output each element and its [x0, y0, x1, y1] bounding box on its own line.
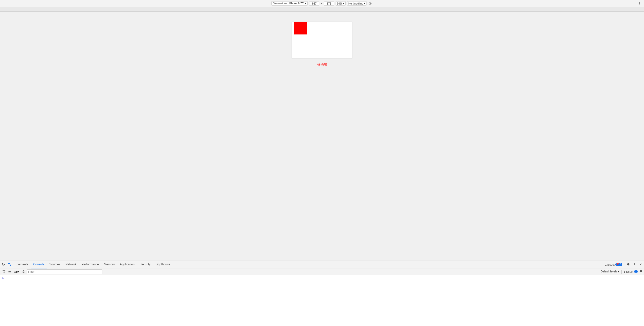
console-toolbar-right: Default levels ▾ 1 Issue: 1: [600, 270, 642, 274]
console-separator: [621, 270, 622, 274]
inspect-element-icon[interactable]: [1, 262, 6, 267]
rotate-button[interactable]: ⟳: [368, 1, 373, 6]
tab-application[interactable]: Application: [117, 261, 137, 268]
console-issues-indicator[interactable]: 1 Issue: 1: [624, 270, 638, 273]
mobile-label: 移动端: [317, 62, 327, 67]
tab-separator: [624, 263, 624, 267]
console-toolbar: top ▾ Default levels ▾ 1 Issue: 1: [0, 268, 644, 275]
eye-icon-button[interactable]: [21, 270, 26, 273]
console-prompt-line[interactable]: >: [2, 276, 642, 280]
devtools-close-button[interactable]: ✕: [638, 262, 643, 267]
width-input[interactable]: [309, 2, 319, 6]
device-label: Dimensions: iPhone 6/7/8 ▾: [273, 2, 306, 5]
issues-count: 🚩 1: [615, 263, 622, 266]
prompt-arrow-icon: >: [2, 276, 4, 280]
devtools-tab-icons: [1, 262, 12, 267]
show-drawer-button[interactable]: [7, 270, 12, 273]
throttle-label: No throttling: [348, 2, 363, 5]
zoom-label: 64%: [337, 2, 342, 5]
devtools-more-button[interactable]: ⋮: [632, 262, 637, 267]
device-toolbar: Dimensions: iPhone 6/7/8 ▾ × 64% ▾ No th…: [0, 0, 644, 7]
red-box: [294, 22, 307, 34]
more-options-button[interactable]: ⋮: [637, 1, 642, 6]
issues-badge[interactable]: 1 Issue: 🚩 1: [605, 263, 622, 266]
issues-label: 1 Issue:: [605, 263, 615, 266]
device-selector[interactable]: Dimensions: iPhone 6/7/8 ▾: [271, 1, 308, 6]
zoom-selector[interactable]: 64% ▾: [336, 1, 346, 6]
dimension-separator: ×: [321, 2, 322, 5]
tab-performance[interactable]: Performance: [79, 261, 101, 268]
console-settings-button[interactable]: [639, 270, 642, 274]
tab-network[interactable]: Network: [63, 261, 79, 268]
top-context-label: top: [14, 270, 18, 273]
tab-elements[interactable]: Elements: [13, 261, 31, 268]
preview-area: 移动端: [0, 12, 644, 260]
tab-console[interactable]: Console: [31, 261, 47, 268]
devtools-panel: Elements Console Sources Network Perform…: [0, 261, 644, 326]
svg-rect-1: [10, 264, 11, 265]
console-issue-badge: 1: [634, 270, 638, 273]
horizontal-ruler: [0, 7, 644, 12]
device-info: Dimensions: iPhone 6/7/8 ▾ × 64% ▾ No th…: [271, 1, 373, 6]
svg-point-2: [23, 271, 24, 272]
devtools-tabs: Elements Console Sources Network Perform…: [0, 261, 644, 268]
throttle-arrow: ▾: [364, 2, 365, 5]
device-toggle-icon[interactable]: [7, 262, 12, 267]
clear-console-button[interactable]: [2, 270, 6, 273]
zoom-arrow: ▾: [343, 2, 344, 5]
default-levels-selector[interactable]: Default levels ▾: [600, 270, 619, 273]
tab-security[interactable]: Security: [137, 261, 153, 268]
default-levels-label: Default levels ▾: [600, 270, 619, 273]
console-filter-input[interactable]: [27, 269, 102, 274]
top-context-arrow: ▾: [18, 270, 19, 273]
devtools-tabs-right: 1 Issue: 🚩 1 ⋮ ✕: [605, 262, 643, 267]
toolbar-right: ⋮: [637, 1, 642, 6]
devtools-settings-button[interactable]: [626, 262, 631, 267]
tab-sources[interactable]: Sources: [47, 261, 63, 268]
tab-memory[interactable]: Memory: [101, 261, 117, 268]
console-content: >: [0, 275, 644, 326]
console-issue-label: 1 Issue:: [624, 270, 633, 273]
throttle-selector[interactable]: No throttling ▾: [347, 1, 367, 6]
height-input[interactable]: [324, 2, 334, 6]
svg-rect-0: [8, 263, 10, 266]
mobile-frame: [292, 22, 352, 58]
top-context-selector[interactable]: top ▾: [13, 270, 20, 273]
tab-lighthouse[interactable]: Lighthouse: [153, 261, 173, 268]
